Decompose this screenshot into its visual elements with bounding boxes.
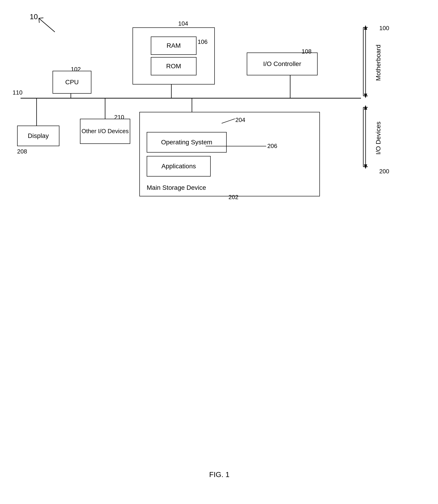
figure-title: FIG. 1 xyxy=(187,471,251,479)
io-controller-box: I/O Controller xyxy=(247,53,318,75)
display-ref: 208 xyxy=(17,148,27,155)
bus-ref: 110 xyxy=(12,89,22,96)
io-devices-ref: 200 xyxy=(379,168,389,175)
motherboard-label: Motherboard xyxy=(375,27,382,98)
diagram-container: 10 CPU 102 RAM ROM 104 106 I/O Controlle… xyxy=(0,0,438,504)
operating-system-box: Operating System xyxy=(147,132,227,152)
main-storage-ref: 202 xyxy=(229,194,238,201)
motherboard-ref: 100 xyxy=(379,25,389,32)
ram-box: RAM xyxy=(151,37,197,55)
operating-system-label: Operating System xyxy=(161,139,212,146)
memory-outer-box: RAM ROM xyxy=(132,27,215,85)
svg-line-1 xyxy=(39,18,44,18)
applications-label: Applications xyxy=(162,163,196,170)
cpu-ref: 102 xyxy=(71,66,81,73)
applications-ref: 206 xyxy=(267,142,277,150)
cpu-label: CPU xyxy=(65,79,79,86)
cpu-box: CPU xyxy=(53,71,91,94)
io-devices-label: I/O Devices xyxy=(375,107,382,169)
rom-box: ROM xyxy=(151,57,197,75)
applications-box: Applications xyxy=(147,156,211,177)
main-storage-text-label: Main Storage Device xyxy=(147,184,206,191)
io-controller-ref: 108 xyxy=(302,48,311,55)
svg-line-0 xyxy=(39,18,55,32)
figure-ref-10: 10 xyxy=(30,12,38,21)
main-storage-box: Operating System Applications Main Stora… xyxy=(139,112,320,196)
rom-ref: 106 xyxy=(198,38,208,45)
other-io-box: Other I/O Devices xyxy=(80,119,130,144)
rom-label: ROM xyxy=(166,63,181,70)
operating-system-ref: 204 xyxy=(235,117,245,124)
io-controller-label: I/O Controller xyxy=(263,60,301,68)
display-label: Display xyxy=(28,132,49,139)
other-io-ref: 210 xyxy=(114,114,124,121)
ram-label: RAM xyxy=(166,42,181,49)
other-io-label: Other I/O Devices xyxy=(82,128,129,135)
ram-ref: 104 xyxy=(178,20,188,27)
display-box: Display xyxy=(17,126,59,146)
